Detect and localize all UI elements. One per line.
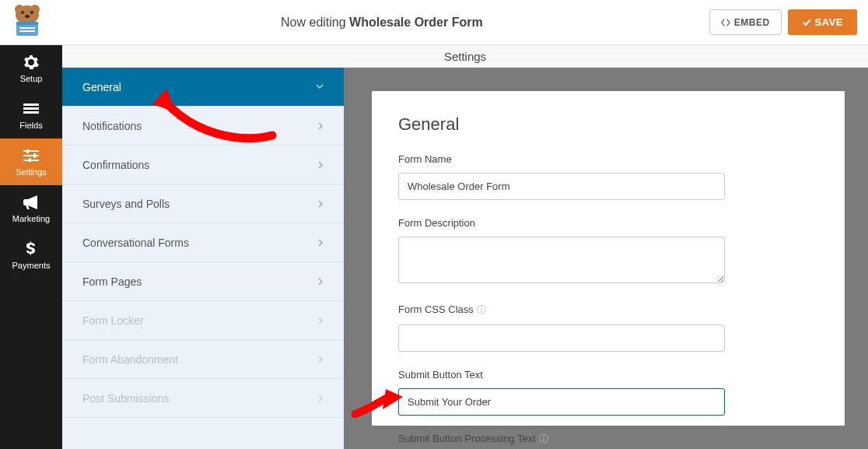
chevron-right-icon [318,395,324,402]
svg-rect-9 [19,30,35,32]
chevron-right-icon [318,356,324,363]
field-form-description: Form Description [398,217,818,286]
field-form-css: Form CSS Classⓘ [398,303,818,352]
settings-sidebar: General Notifications Confirmations [62,68,344,449]
nav-label: Settings [16,167,47,177]
nav-settings[interactable]: Settings [0,139,62,185]
chevron-right-icon [318,200,324,208]
app-logo [0,0,54,45]
sidebar-item-notifications[interactable]: Notifications [62,107,344,146]
sidebar-item-confirmations[interactable]: Confirmations [62,146,344,184]
form-name-input[interactable] [398,173,725,200]
svg-point-3 [21,11,24,14]
sidebar-item-label: General [82,81,121,93]
chevron-down-icon [316,84,324,89]
main: Setup Fields Settings Marketing Payments [0,45,868,449]
field-processing-text: Submit Button Processing Textⓘ [398,433,818,449]
nav-payments[interactable]: Payments [0,232,62,279]
field-submit-text: Submit Button Text [398,369,818,416]
nav-label: Setup [20,74,43,83]
chevron-right-icon [318,239,324,247]
check-icon [802,18,811,27]
chevron-right-icon [318,317,324,324]
sidebar-item-surveys[interactable]: Surveys and Polls [62,184,344,223]
svg-point-5 [25,15,30,18]
svg-rect-13 [23,150,39,152]
sidebar-item-conversational[interactable]: Conversational Forms [62,223,344,262]
sidebar-item-form-locker[interactable]: Form Locker [62,301,344,340]
sliders-icon [23,148,39,163]
sidebar-item-label: Form Locker [82,314,144,327]
nav-label: Marketing [12,214,50,223]
sidebar-item-form-pages[interactable]: Form Pages [62,262,344,301]
nav-setup[interactable]: Setup [0,45,62,92]
sidebar-item-label: Post Submissions [82,392,169,405]
svg-rect-14 [23,155,39,156]
form-area: General Form Name Form Description Form … [344,68,868,449]
chevron-right-icon [318,278,324,286]
lower-area: General Notifications Confirmations [62,68,868,449]
nav-fields[interactable]: Fields [0,92,62,139]
nav-column: Setup Fields Settings Marketing Payments [0,45,62,449]
gear-icon [23,54,39,70]
help-icon[interactable]: ⓘ [539,433,548,444]
processing-text-label: Submit Button Processing Textⓘ [398,433,818,446]
editing-form-name: Wholesale Order Form [349,16,483,29]
list-icon [23,101,39,117]
sidebar-item-post-submissions[interactable]: Post Submissions [62,379,344,418]
nav-marketing[interactable]: Marketing [0,185,62,232]
form-name-label: Form Name [398,153,818,165]
embed-button[interactable]: EMBED [709,9,782,35]
nav-label: Fields [19,121,42,130]
svg-rect-11 [23,107,39,110]
svg-rect-10 [23,103,39,106]
embed-icon [721,18,730,27]
editing-prefix: Now editing [281,16,349,29]
sidebar-item-label: Conversational Forms [82,237,189,249]
top-actions: EMBED SAVE [709,9,868,35]
dollar-icon [23,241,39,257]
svg-point-4 [30,11,33,14]
chevron-right-icon [318,122,324,130]
help-icon[interactable]: ⓘ [477,304,486,315]
sidebar-item-general[interactable]: General [62,68,344,107]
sidebar-item-label: Surveys and Polls [82,198,170,210]
submit-text-input[interactable] [398,388,725,416]
form-css-label: Form CSS Classⓘ [398,303,818,317]
sidebar-item-form-abandonment[interactable]: Form Abandonment [62,340,344,379]
nav-label: Payments [12,261,51,270]
sidebar-item-label: Form Pages [82,275,142,288]
form-css-input[interactable] [398,324,725,352]
svg-rect-12 [23,111,39,114]
form-description-label: Form Description [398,217,818,229]
embed-label: EMBED [734,17,770,28]
save-button[interactable]: SAVE [788,9,857,35]
svg-rect-16 [26,149,29,153]
settings-header: Settings [62,45,868,68]
sidebar-item-label: Confirmations [82,159,149,171]
form-heading: General [398,114,818,135]
content: Settings General Notifications Confirm [62,45,868,449]
sidebar-item-label: Notifications [82,120,142,132]
top-bar: Now editing Wholesale Order Form EMBED S… [0,0,868,45]
svg-rect-18 [29,158,31,162]
svg-rect-17 [33,153,36,158]
form-description-input[interactable] [398,237,725,283]
chevron-right-icon [318,161,324,169]
submit-text-label: Submit Button Text [398,369,818,381]
megaphone-icon [23,195,39,210]
svg-rect-7 [16,22,38,25]
save-label: SAVE [815,16,843,28]
field-form-name: Form Name [398,153,818,200]
sidebar-item-label: Form Abandonment [82,353,178,366]
form-card: General Form Name Form Description Form … [372,91,845,426]
page-title: Now editing Wholesale Order Form [54,16,709,30]
svg-rect-8 [19,27,35,29]
settings-header-label: Settings [444,50,486,63]
